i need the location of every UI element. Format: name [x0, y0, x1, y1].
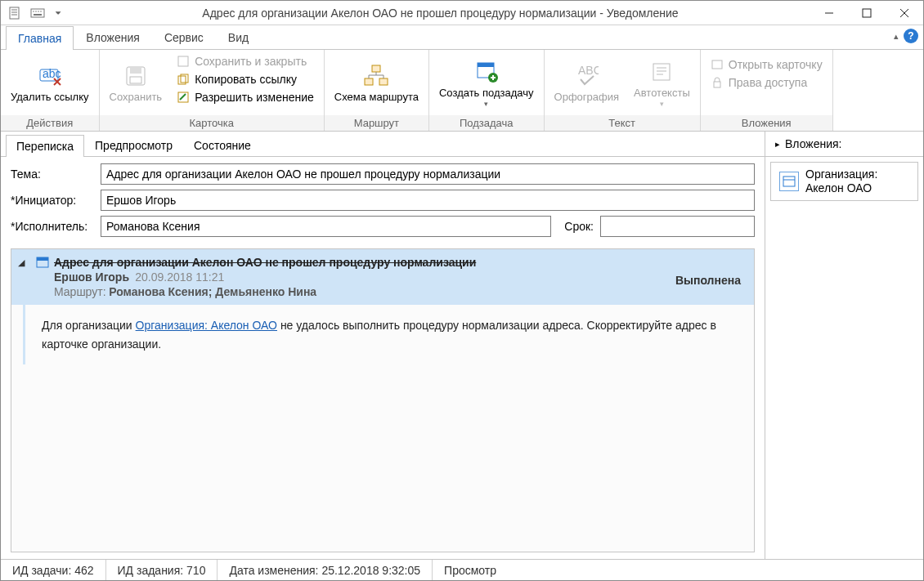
lock-icon	[711, 76, 724, 89]
status-mode: Просмотр	[433, 560, 508, 580]
status-task-id: ИД задачи: 462	[1, 560, 106, 580]
thread-header[interactable]: ◢ Адрес для организации Акелон ОАО не пр…	[11, 249, 754, 305]
app-window: ⏷ Адрес для организации Акелон ОАО не пр…	[0, 0, 924, 581]
thread-timestamp: 20.09.2018 11:21	[135, 270, 224, 284]
svg-rect-45	[37, 257, 48, 261]
tab-state[interactable]: Состояние	[183, 134, 262, 156]
access-rights-button: Права доступа	[707, 74, 826, 91]
autotext-icon	[648, 59, 675, 85]
attachments-panel: Организация: Акелон ОАО	[765, 157, 923, 559]
svg-rect-11	[863, 9, 871, 17]
create-subtask-button[interactable]: Создать подзадачу ▾	[433, 51, 540, 115]
thread-panel: ◢ Адрес для организации Акелон ОАО не пр…	[11, 248, 755, 552]
copy-link-button[interactable]: Копировать ссылку	[173, 71, 317, 87]
status-bar: ИД задачи: 462 ИД задания: 710 Дата изме…	[1, 559, 923, 580]
help-icon[interactable]: ?	[904, 29, 918, 43]
attachments-panel-header[interactable]: ▸ Вложения:	[765, 132, 923, 156]
save-close-button: Сохранить и закрыть	[173, 53, 317, 69]
route-scheme-button[interactable]: Схема маршрута	[328, 51, 425, 115]
subject-label: Тема:	[11, 168, 94, 181]
collapse-ribbon-icon[interactable]: ▴	[894, 31, 899, 42]
thread-status: Выполнена	[675, 274, 741, 287]
minimize-button[interactable]	[810, 1, 848, 25]
tab-correspondence[interactable]: Переписка	[6, 135, 84, 157]
svg-rect-26	[365, 78, 373, 85]
collapse-triangle-icon[interactable]: ◢	[18, 257, 25, 268]
svg-rect-25	[372, 65, 380, 72]
left-pane: Тема: *Инициатор: *Исполнитель: Срок: ◢	[1, 157, 765, 559]
tab-service[interactable]: Сервис	[152, 25, 216, 49]
delete-link-button[interactable]: abc Удалить ссылку	[4, 51, 96, 115]
route-scheme-icon	[363, 63, 389, 89]
quick-access-toolbar: ⏷	[1, 4, 70, 22]
svg-point-6	[35, 11, 37, 12]
form: Тема: *Инициатор: *Исполнитель: Срок:	[1, 157, 765, 248]
executor-input[interactable]	[101, 216, 551, 237]
initiator-input[interactable]	[101, 190, 755, 211]
svg-rect-43	[714, 82, 720, 87]
svg-text:ABC: ABC	[578, 65, 599, 77]
ribbon-group-route: Схема маршрута Маршрут	[325, 50, 429, 131]
ribbon: abc Удалить ссылку Действия Сохранить Со…	[1, 50, 923, 132]
document-icon[interactable]	[6, 4, 24, 22]
svg-rect-46	[783, 177, 795, 186]
thread-meta: Ершов Игорь 20.09.2018 11:21	[54, 270, 744, 284]
chevron-right-icon: ▸	[775, 139, 780, 150]
dropdown-arrow-icon: ▾	[484, 100, 488, 108]
allow-edit-button[interactable]: Разрешить изменение	[173, 89, 317, 105]
svg-text:abc: abc	[43, 67, 61, 80]
subject-input[interactable]	[101, 163, 755, 185]
executor-label: *Исполнитель:	[11, 220, 94, 233]
tab-attachments[interactable]: Вложения	[74, 25, 152, 49]
create-subtask-icon	[473, 59, 500, 85]
attachment-card-icon	[779, 172, 799, 191]
deadline-input[interactable]	[600, 216, 755, 237]
attachment-label: Организация: Акелон ОАО	[805, 168, 877, 195]
spellcheck-button: ABC Орфография	[548, 51, 626, 115]
ribbon-group-card: Сохранить Сохранить и закрыть Копировать…	[100, 50, 325, 131]
qat-dropdown-icon[interactable]: ⏷	[52, 9, 65, 17]
ribbon-group-text: ABC Орфография Автотексты ▾ Текст	[545, 50, 701, 131]
save-icon	[123, 63, 149, 89]
svg-rect-4	[31, 9, 44, 17]
thread-title: Адрес для организации Акелон ОАО не прош…	[54, 256, 744, 269]
main-area: Тема: *Инициатор: *Исполнитель: Срок: ◢	[1, 157, 923, 559]
content-tabs: Переписка Предпросмотр Состояние	[1, 132, 765, 156]
dropdown-arrow-icon: ▾	[660, 100, 664, 108]
thread-route: Маршрут: Романова Ксения; Демьяненко Нин…	[54, 285, 744, 298]
svg-point-5	[33, 11, 34, 12]
organization-link[interactable]: Организация: Акелон ОАО	[136, 319, 277, 332]
attachment-item[interactable]: Организация: Акелон ОАО	[770, 162, 918, 201]
open-card-icon	[711, 58, 724, 71]
ribbon-help-area: ▴ ?	[894, 29, 918, 43]
svg-point-7	[38, 11, 39, 12]
content-tabs-row: Переписка Предпросмотр Состояние ▸ Вложе…	[1, 132, 923, 157]
maximize-button[interactable]	[848, 1, 886, 25]
tab-preview[interactable]: Предпросмотр	[84, 134, 183, 156]
svg-rect-42	[712, 60, 722, 69]
status-modified: Дата изменения: 25.12.2018 9:32:05	[218, 560, 433, 580]
save-close-icon	[177, 55, 190, 68]
svg-rect-19	[130, 67, 141, 74]
open-card-button: Открыть карточку	[707, 56, 826, 73]
copy-link-icon	[177, 73, 190, 86]
thread-author: Ершов Игорь	[54, 270, 129, 284]
tab-main[interactable]: Главная	[6, 26, 74, 50]
ribbon-group-subtask: Создать подзадачу ▾ Подзадача	[429, 50, 545, 131]
svg-rect-21	[178, 56, 188, 66]
svg-rect-38	[653, 64, 670, 80]
ribbon-group-actions: abc Удалить ссылку Действия	[1, 50, 100, 131]
keyboard-icon[interactable]	[29, 4, 47, 22]
tab-view[interactable]: Вид	[216, 25, 261, 49]
svg-rect-33	[478, 63, 494, 67]
autotext-button: Автотексты ▾	[627, 51, 697, 115]
svg-rect-20	[130, 77, 141, 83]
status-assignment-id: ИД задания: 710	[106, 560, 218, 580]
allow-edit-icon	[177, 91, 190, 104]
task-icon	[36, 256, 49, 271]
svg-rect-27	[379, 78, 388, 85]
spellcheck-icon: ABC	[573, 63, 599, 89]
initiator-label: *Инициатор:	[11, 194, 94, 207]
close-button[interactable]	[886, 1, 923, 25]
delete-link-icon: abc	[37, 63, 63, 89]
